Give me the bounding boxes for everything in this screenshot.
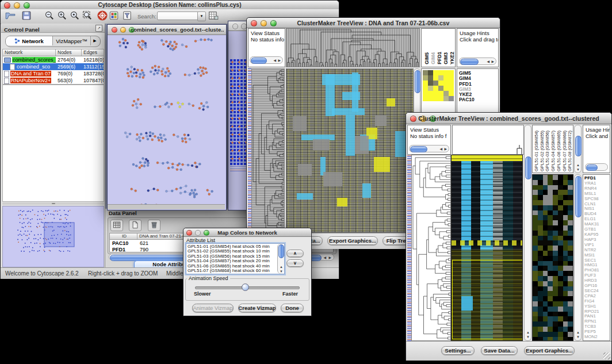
- tv1-usage-hscrollbar[interactable]: ◀ ▶: [459, 58, 496, 65]
- scroll-left-arrow[interactable]: ◀: [273, 59, 276, 62]
- tv1-main-heatmap[interactable]: [286, 68, 414, 233]
- new-doc-icon[interactable]: [129, 220, 141, 231]
- scroll-down-arrow[interactable]: ▼: [576, 335, 580, 339]
- save-icon[interactable]: [21, 10, 33, 22]
- animate-vizmap-button[interactable]: Animate Vizmap: [192, 304, 234, 312]
- close-button[interactable]: [232, 24, 238, 29]
- tv2-global-overview-strip[interactable]: [407, 155, 411, 341]
- export-graphics-button[interactable]: Export Graphics...: [327, 236, 378, 245]
- network-canvas[interactable]: [108, 35, 225, 204]
- matrix-cell[interactable]: [433, 70, 438, 75]
- move-up-button[interactable]: ∧: [286, 250, 304, 257]
- done-button[interactable]: Done: [281, 304, 304, 312]
- scroll-up-arrow[interactable]: ▲: [526, 331, 530, 334]
- vizmapper-icon[interactable]: [109, 10, 120, 22]
- treeview2-titlebar[interactable]: ClusterMaker TreeView : combined_scores_…: [406, 113, 611, 124]
- save-data-button[interactable]: Save Data...: [481, 346, 518, 355]
- matrix-cell[interactable]: [443, 91, 449, 96]
- matrix-gene-label[interactable]: PAC10: [459, 97, 498, 102]
- tv1-column-labels-panel[interactable]: GIM5GIM4PFD1GIM3YKE2PAC10: [421, 28, 456, 67]
- tv2-column-dendrogram[interactable]: [452, 125, 524, 155]
- matrix-cell[interactable]: [438, 81, 443, 86]
- tv2-main-vscrollbar[interactable]: ▲ ▼: [524, 125, 531, 341]
- panel-splitter[interactable]: [2, 202, 104, 205]
- network2-grid-view[interactable]: [230, 59, 246, 165]
- scroll-right-arrow[interactable]: ▶: [444, 147, 447, 151]
- heatmap-selection-box[interactable]: [452, 260, 523, 339]
- matrix-cell[interactable]: [449, 70, 454, 75]
- matrix-cell[interactable]: [428, 91, 433, 96]
- column-gene-label[interactable]: GIM3: [443, 52, 449, 64]
- matrix-cell[interactable]: [433, 75, 438, 81]
- column-gene-label[interactable]: YKE2: [449, 52, 455, 64]
- col-header-nodes[interactable]: Nodes: [56, 49, 82, 56]
- tv2-gene-labels-panel[interactable]: PFD1YRA1RNR4MSL1SPC98CLN1NIS1BUD4ELG1MAK…: [583, 174, 610, 341]
- matrix-cell[interactable]: [449, 75, 454, 81]
- tv2-usage-hscrollbar[interactable]: [585, 163, 608, 171]
- tab-network[interactable]: Network: [6, 36, 53, 45]
- col-header-network[interactable]: Network: [3, 49, 56, 56]
- tv2-main-heatmap[interactable]: [451, 155, 523, 341]
- export-graphics-button[interactable]: Export Graphics...: [524, 346, 575, 355]
- speed-slider-thumb[interactable]: [242, 283, 249, 291]
- tv2-row-dendrogram[interactable]: [411, 155, 451, 341]
- array-column-label[interactable]: GPL51-07 (GSM868): [562, 131, 568, 171]
- column-gene-label[interactable]: PFD1: [437, 52, 442, 64]
- array-column-label[interactable]: GPL51-03 (GSM856): [545, 131, 550, 171]
- scrollbar-thumb[interactable]: [575, 176, 582, 217]
- trash-icon[interactable]: [148, 220, 160, 231]
- dialog-titlebar[interactable]: Map Colors to Network: [183, 228, 311, 237]
- minimize-button[interactable]: [120, 27, 126, 33]
- scrollbar-thumb[interactable]: [251, 58, 267, 64]
- zoom-out-icon[interactable]: [44, 10, 56, 22]
- matrix-cell[interactable]: [423, 75, 428, 81]
- matrix-cell[interactable]: [433, 96, 438, 101]
- tab-vizmapper[interactable]: VizMapper™: [53, 36, 91, 45]
- scroll-left-arrow[interactable]: ◀: [487, 60, 489, 63]
- treeview1-titlebar[interactable]: ClusterMaker TreeView : DNA and Tran 07-…: [247, 18, 500, 28]
- matrix-cell[interactable]: [428, 81, 433, 86]
- tab-overflow-button[interactable]: ▶: [91, 36, 99, 45]
- network-table-row[interactable]: DNA and Tran 07769(0)183728(0): [3, 70, 104, 77]
- zoom-selected-icon[interactable]: [70, 10, 81, 22]
- matrix-cell[interactable]: [449, 81, 454, 86]
- matrix-cell[interactable]: [438, 86, 443, 91]
- network-table-row[interactable]: combined_scores_2764(0)16218(0): [3, 56, 104, 63]
- matrix-cell[interactable]: [428, 86, 433, 91]
- matrix-cell[interactable]: [438, 96, 443, 101]
- table-icon[interactable]: [110, 220, 123, 231]
- matrix-cell[interactable]: [433, 86, 438, 91]
- array-column-label[interactable]: GPL51-01 (GSM854): [534, 131, 540, 171]
- matrix-cell[interactable]: [443, 86, 449, 91]
- matrix-cell[interactable]: [449, 96, 454, 101]
- attr-list-vscrollbar[interactable]: ▲ ▼: [277, 244, 284, 274]
- array-column-label[interactable]: GPL51-02 (GSM855): [540, 131, 545, 171]
- resize-grip[interactable]: [603, 352, 610, 359]
- scroll-left-arrow[interactable]: ◀: [323, 256, 326, 259]
- scroll-left-arrow[interactable]: ◀: [439, 147, 442, 151]
- tv2-column-labels-panel[interactable]: GPL51-01 (GSM854)GPL51-02 (GSM855)GPL51-…: [532, 125, 573, 173]
- matrix-cell[interactable]: [438, 70, 443, 75]
- matrix-cell[interactable]: [433, 91, 438, 96]
- matrix-cell[interactable]: [428, 96, 433, 101]
- matrix-cell[interactable]: [423, 91, 428, 96]
- help-icon[interactable]: [97, 10, 109, 22]
- tv1-column-dendrogram[interactable]: [286, 28, 420, 67]
- matrix-cell[interactable]: [428, 70, 433, 75]
- scroll-right-arrow[interactable]: ▶: [491, 60, 494, 63]
- scroll-down-arrow[interactable]: ▼: [526, 335, 530, 339]
- attribute-list-item[interactable]: GPL51-07 (GSM868) heat shock 60 min: [186, 269, 284, 273]
- matrix-cell[interactable]: [423, 81, 428, 86]
- float-panel-icon[interactable]: ↗: [95, 25, 102, 32]
- tv2-labels-vscrollbar[interactable]: ▲ ▼: [574, 125, 582, 173]
- birdseye-viewport-rect[interactable]: [44, 223, 74, 247]
- column-gene-label[interactable]: GIM5: [424, 52, 430, 64]
- tv2-genes-vscrollbar[interactable]: ▲ ▼: [574, 174, 582, 341]
- scroll-right-arrow[interactable]: ▶: [278, 59, 281, 62]
- tv2-status-hscrollbar[interactable]: ◀ ▶: [409, 145, 449, 152]
- matrix-cell[interactable]: [423, 70, 428, 75]
- matrix-cell[interactable]: [428, 75, 433, 81]
- zoom-in-icon[interactable]: [57, 10, 68, 22]
- move-down-button[interactable]: ∨: [286, 259, 304, 267]
- attribute-table-icon[interactable]: [208, 10, 220, 22]
